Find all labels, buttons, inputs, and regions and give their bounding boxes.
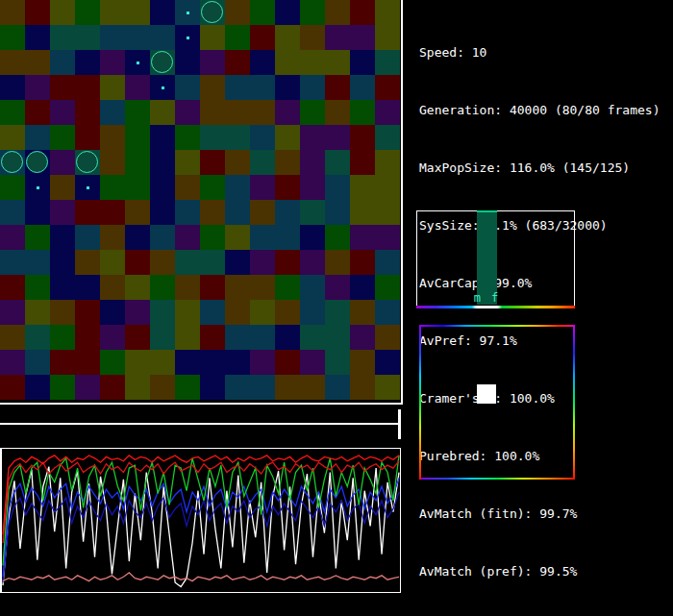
grid-cell bbox=[75, 200, 100, 225]
grid-cell bbox=[0, 350, 25, 375]
histogram-spectrum-axis bbox=[416, 306, 575, 308]
grid-cell bbox=[350, 100, 375, 125]
grid-cell bbox=[0, 25, 25, 50]
grid-cell bbox=[0, 0, 25, 25]
history-chart-canvas bbox=[2, 449, 400, 592]
grid-cell bbox=[75, 350, 100, 375]
grid-cell bbox=[325, 100, 350, 125]
stat-line-avmatch-pref: AvMatch (pref): 99.5% bbox=[419, 562, 660, 581]
grid-cell bbox=[375, 250, 400, 275]
agent-dot bbox=[87, 186, 89, 189]
grid-cell bbox=[75, 375, 100, 400]
grid-right-border bbox=[401, 0, 403, 405]
grid-cell bbox=[325, 275, 350, 300]
grid-cell bbox=[225, 100, 250, 125]
grid-cell bbox=[375, 125, 400, 150]
grid-cell bbox=[0, 275, 25, 300]
grid-cell bbox=[200, 100, 225, 125]
grid-cell bbox=[350, 150, 375, 175]
grid-cell bbox=[375, 375, 400, 400]
grid-cell bbox=[275, 300, 300, 325]
grid-cell bbox=[0, 375, 25, 400]
grid-cell bbox=[150, 200, 175, 225]
stat-line-avmatch-fitn: AvMatch (fitn): 99.7% bbox=[419, 505, 660, 524]
grid-cell bbox=[75, 225, 100, 250]
world-grid[interactable] bbox=[0, 0, 400, 400]
grid-cell bbox=[150, 0, 175, 25]
grid-cell bbox=[100, 200, 125, 225]
stat-line-maxpopsize: MaxPopSize: 116.0% (145/125) bbox=[419, 159, 660, 178]
grid-cell bbox=[275, 225, 300, 250]
grid-cell bbox=[100, 275, 125, 300]
grid-cell bbox=[175, 125, 200, 150]
grid-cell bbox=[375, 225, 400, 250]
grid-cell bbox=[350, 300, 375, 325]
grid-cell bbox=[375, 275, 400, 300]
frame-scrollbar-handle[interactable] bbox=[398, 409, 401, 439]
trait-marker-square bbox=[477, 384, 496, 404]
grid-cell bbox=[125, 350, 150, 375]
grid-cell bbox=[150, 225, 175, 250]
grid-cell bbox=[50, 375, 75, 400]
grid-cell bbox=[175, 375, 200, 400]
grid-cell bbox=[300, 100, 325, 125]
grid-cell bbox=[25, 125, 50, 150]
grid-cell bbox=[275, 75, 300, 100]
grid-cell bbox=[225, 175, 250, 200]
grid-cell bbox=[100, 100, 125, 125]
grid-cell bbox=[25, 50, 50, 75]
grid-cell bbox=[175, 350, 200, 375]
trait-space-box bbox=[419, 325, 575, 480]
grid-cell bbox=[250, 0, 275, 25]
grid-cell bbox=[275, 200, 300, 225]
grid-cell bbox=[300, 75, 325, 100]
grid-cell bbox=[125, 250, 150, 275]
grid-cell bbox=[350, 175, 375, 200]
grid-cell bbox=[200, 325, 225, 350]
histogram-bar-cap bbox=[477, 210, 497, 212]
grid-cell bbox=[275, 350, 300, 375]
grid-cell bbox=[325, 250, 350, 275]
grid-cell bbox=[175, 75, 200, 100]
grid-cell bbox=[350, 50, 375, 75]
frame-scrollbar-track[interactable] bbox=[0, 423, 401, 425]
grid-cell bbox=[350, 75, 375, 100]
grid-cell bbox=[275, 100, 300, 125]
grid-cell bbox=[350, 225, 375, 250]
grid-cell bbox=[250, 225, 275, 250]
grid-cell bbox=[350, 200, 375, 225]
agent-circle bbox=[1, 151, 23, 173]
grid-cell bbox=[250, 175, 275, 200]
grid-cell bbox=[50, 150, 75, 175]
grid-cell bbox=[250, 125, 275, 150]
grid-cell bbox=[25, 325, 50, 350]
grid-cell bbox=[125, 225, 150, 250]
grid-cell bbox=[200, 300, 225, 325]
grid-cell bbox=[375, 150, 400, 175]
grid-cell bbox=[100, 325, 125, 350]
grid-cell bbox=[100, 250, 125, 275]
grid-cell bbox=[225, 275, 250, 300]
grid-cell bbox=[375, 25, 400, 50]
grid-cell bbox=[225, 50, 250, 75]
agent-circle bbox=[26, 151, 48, 173]
grid-cell bbox=[250, 50, 275, 75]
grid-cell bbox=[75, 100, 100, 125]
grid-cell bbox=[300, 175, 325, 200]
chart-line-pink bbox=[3, 573, 399, 581]
grid-cell bbox=[300, 250, 325, 275]
grid-cell bbox=[225, 200, 250, 225]
grid-cell bbox=[150, 325, 175, 350]
grid-cell bbox=[0, 200, 25, 225]
grid-cell bbox=[100, 225, 125, 250]
grid-cell bbox=[200, 225, 225, 250]
grid-cell bbox=[375, 350, 400, 375]
grid-cell bbox=[225, 300, 250, 325]
grid-cell bbox=[50, 200, 75, 225]
grid-cell bbox=[300, 200, 325, 225]
grid-cell bbox=[150, 125, 175, 150]
grid-cell bbox=[50, 225, 75, 250]
grid-cell bbox=[350, 375, 375, 400]
grid-cell bbox=[275, 175, 300, 200]
grid-cell bbox=[75, 300, 100, 325]
